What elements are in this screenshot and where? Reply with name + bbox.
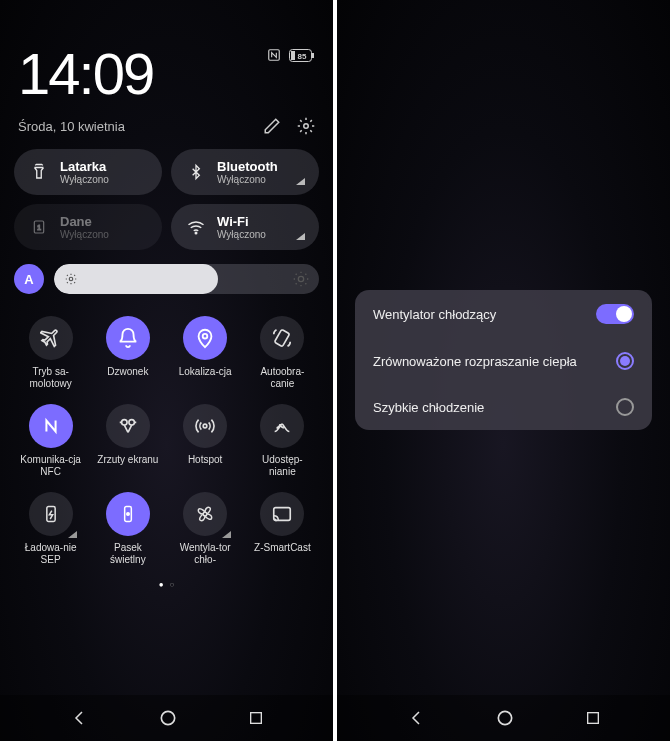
nav-bar (0, 695, 333, 741)
svg-point-18 (127, 513, 130, 516)
svg-rect-2 (312, 53, 314, 58)
tile-sound[interactable]: Dzwonek (91, 310, 164, 396)
nav-recent[interactable] (585, 710, 601, 726)
panel-row-fast[interactable]: Szybkie chłodzenie (355, 384, 652, 430)
tile-label: Z-SmartCast (254, 542, 311, 554)
tile-screenshot[interactable]: Zrzuty ekranu (91, 398, 164, 484)
data-icon: 1 (28, 218, 50, 236)
tile-airplane[interactable]: Tryb sa-molotowy (14, 310, 87, 396)
nav-home[interactable] (158, 708, 178, 728)
tile-lightbar[interactable]: Pasek świetlny (91, 486, 164, 572)
tile-rotate[interactable]: Autoobra-canie (246, 310, 319, 396)
tile-label: Tryb sa-molotowy (18, 366, 84, 390)
svg-point-10 (298, 276, 303, 281)
tile-share[interactable]: Udostęp-nianie (246, 398, 319, 484)
tile-location[interactable]: Lokaliza-cja (169, 310, 242, 396)
nav-back[interactable] (70, 709, 88, 727)
nav-home[interactable] (495, 708, 515, 728)
svg-point-13 (121, 420, 127, 426)
svg-point-9 (69, 277, 73, 281)
radio-fast[interactable] (616, 398, 634, 416)
tile-hotspot[interactable]: Hotspot (169, 398, 242, 484)
svg-rect-24 (587, 713, 598, 724)
tile-cast[interactable]: Z-SmartCast (246, 486, 319, 572)
settings-icon[interactable] (297, 117, 315, 135)
tile-label: Wentyla-tor chło- (172, 542, 238, 566)
brightness-row: A (0, 250, 333, 306)
fan-settings-screen: Wentylator chłodzący Zrównoważone rozpra… (337, 0, 670, 741)
date-row: Środa, 10 kwietnia (0, 111, 333, 149)
clock: 14:09 (18, 40, 153, 107)
radio-balanced[interactable] (616, 352, 634, 370)
tile-label: Lokaliza-cja (179, 366, 232, 378)
svg-text:1: 1 (37, 224, 41, 231)
tile-label: Hotspot (188, 454, 222, 466)
date: Środa, 10 kwietnia (18, 119, 125, 134)
nfc-icon (267, 48, 281, 62)
panel-row-balanced[interactable]: Zrównoważone rozpraszanie ciepła (355, 338, 652, 384)
battery-icon: 85 (289, 49, 315, 62)
pill-title: Latarka (60, 159, 109, 174)
svg-text:85: 85 (298, 51, 307, 60)
svg-point-15 (203, 424, 207, 428)
pill-sub: Wyłączono (60, 174, 109, 185)
svg-rect-16 (46, 507, 54, 522)
pill-flashlight[interactable]: Latarka Wyłączono (14, 149, 162, 195)
panel-row-fan-toggle: Wentylator chłodzący (355, 290, 652, 338)
tile-label: Udostęp-nianie (249, 454, 315, 478)
pill-sub: Wyłączono (217, 229, 266, 240)
svg-point-14 (129, 420, 135, 426)
dot-active: ● (159, 580, 164, 589)
brightness-slider[interactable] (54, 264, 319, 294)
pill-title: Wi-Fi (217, 214, 266, 229)
svg-rect-22 (250, 713, 261, 724)
pill-title: Bluetooth (217, 159, 278, 174)
settings-panel: Wentylator chłodzący Zrównoważone rozpra… (355, 290, 652, 430)
brightness-low-icon (64, 272, 78, 286)
fan-toggle[interactable] (596, 304, 634, 324)
tile-label: Autoobra-canie (249, 366, 315, 390)
svg-point-19 (203, 512, 207, 516)
pill-wifi[interactable]: Wi-Fi Wyłączono (171, 204, 319, 250)
svg-point-8 (195, 232, 197, 234)
tile-charging[interactable]: Ładowa-nie SEP (14, 486, 87, 572)
wifi-icon (185, 218, 207, 236)
tile-label: Komunika-cja NFC (18, 454, 84, 478)
nav-back[interactable] (407, 709, 425, 727)
flashlight-icon (28, 163, 50, 181)
pill-sub: Wyłączono (217, 174, 278, 185)
svg-rect-3 (291, 51, 295, 60)
signal-icon (296, 178, 305, 185)
auto-brightness-button[interactable]: A (14, 264, 44, 294)
tile-fan[interactable]: Wentyla-tor chło- (169, 486, 242, 572)
status-icons: 85 (267, 48, 315, 62)
tile-nfc[interactable]: Komunika-cja NFC (14, 398, 87, 484)
nav-recent[interactable] (248, 710, 264, 726)
page-indicator: ● ○ (0, 576, 333, 593)
pill-sub: Wyłączono (60, 229, 109, 240)
svg-point-11 (203, 334, 208, 339)
svg-point-23 (498, 711, 511, 724)
pill-title: Dane (60, 214, 109, 229)
panel-label: Zrównoważone rozpraszanie ciepła (373, 354, 577, 369)
svg-rect-12 (275, 329, 290, 346)
quick-settings-screen: 14:09 85 Środa, 10 kwietnia (0, 0, 333, 741)
pill-bluetooth[interactable]: Bluetooth Wyłączono (171, 149, 319, 195)
bluetooth-icon (185, 163, 207, 181)
panel-label: Wentylator chłodzący (373, 307, 496, 322)
brightness-high-icon (293, 271, 309, 287)
clock-row: 14:09 85 (0, 0, 333, 111)
signal-icon (296, 233, 305, 240)
pill-group: Latarka Wyłączono Bluetooth Wyłączono 1 (0, 149, 333, 250)
svg-point-21 (161, 711, 174, 724)
tile-label: Ładowa-nie SEP (18, 542, 84, 566)
tile-grid: Tryb sa-molotowy Dzwonek Lokaliza-cja Au… (0, 306, 333, 576)
svg-point-5 (304, 124, 309, 129)
tile-label: Zrzuty ekranu (97, 454, 158, 466)
pill-data[interactable]: 1 Dane Wyłączono (14, 204, 162, 250)
tile-label: Pasek świetlny (95, 542, 161, 566)
edit-icon[interactable] (263, 117, 281, 135)
panel-label: Szybkie chłodzenie (373, 400, 484, 415)
nav-bar (337, 695, 670, 741)
svg-rect-20 (274, 508, 291, 521)
